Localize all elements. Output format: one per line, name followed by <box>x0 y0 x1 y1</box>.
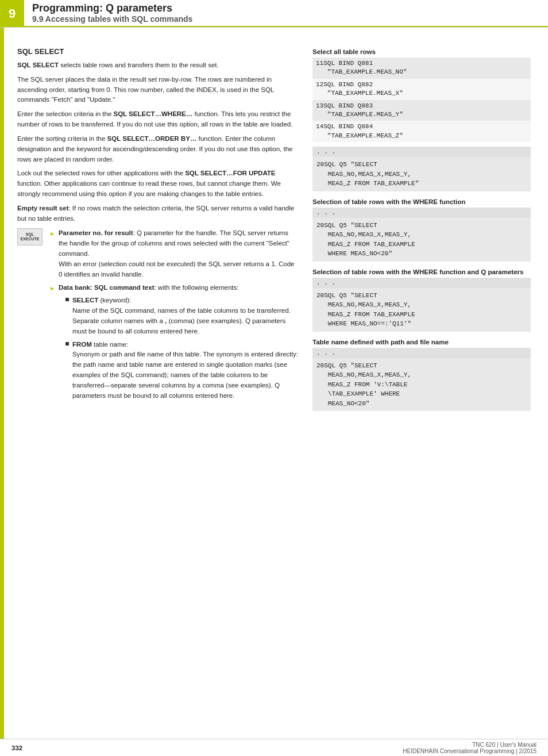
arrow-icon-2: ► <box>49 284 55 293</box>
code-section-title-3: Selection of table rows with the WHERE f… <box>312 268 531 275</box>
square-bullet-1 <box>65 298 69 301</box>
code-cell: 12SQL BIND Q882 "TAB_EXAMPLE.MEAS_X" <box>312 79 531 100</box>
sql-icon-line2: EXECUTE <box>20 237 39 241</box>
dots-row-3: . . . <box>312 278 531 288</box>
section-heading: SQL SELECT <box>17 47 299 56</box>
chapter-title-area: Programming: Q parameters 9.9 Accessing … <box>24 0 548 27</box>
top-bar: 9 Programming: Q parameters 9.9 Accessin… <box>0 0 548 28</box>
code-cell: 14SQL BIND Q884 "TAB_EXAMPLE.MEAS_Z" <box>312 121 531 142</box>
table-row: 11SQL BIND Q881 "TAB_EXAMPLE.MEAS_NO" <box>312 57 531 79</box>
table-row: 14SQL BIND Q884 "TAB_EXAMPLE.MEAS_Z" <box>312 121 531 142</box>
code-section-title-4: Table name defined with path and file na… <box>312 339 531 346</box>
dots-row-2: . . . <box>312 208 531 218</box>
paragraph-1: SQL SELECT selects table rows and transf… <box>17 60 299 71</box>
bullet-1-content: Parameter no. for result: Q parameter fo… <box>59 228 299 279</box>
code-block-4: 20SQL Q5 "SELECT MEAS_NO,MEAS_X,MEAS_Y, … <box>312 358 531 412</box>
sub-bullet-2: FROM table name:Synonym or path and file… <box>65 340 299 401</box>
chapter-main-title: Programming: Q parameters <box>32 2 548 14</box>
sub-bullet-2-text: table name:Synonym or path and file name… <box>72 341 298 399</box>
bullet-2-bold: Data bank: SQL command text <box>59 284 155 291</box>
bullet-list: ► Parameter no. for result: Q parameter … <box>49 228 299 407</box>
bullet-item-2: ► Data bank: SQL command text: with the … <box>49 283 299 404</box>
left-accent-bar <box>0 28 4 739</box>
chapter-number: 9 <box>0 0 24 27</box>
page-footer: 332 TNC 620 | User's ManualHEIDENHAIN Co… <box>0 739 548 756</box>
empty-result-label: Empty result set <box>17 205 68 212</box>
paragraph-5: Lock out the selected rows for other app… <box>17 168 299 199</box>
table-row: 13SQL BIND Q883 "TAB_EXAMPLE.MEAS_Y" <box>312 100 531 121</box>
sql-icon-line1: SQL <box>26 232 34 237</box>
code-section-title-2: Selection of table rows with the WHERE f… <box>312 198 531 205</box>
paragraph-2: The SQL server places the data in the re… <box>17 75 299 105</box>
code-block-2: 20SQL Q5 "SELECT MEAS_NO,MEAS_X,MEAS_Y, … <box>312 218 531 262</box>
p3-bold: SQL SELECT…WHERE… <box>113 110 192 117</box>
code-cell: 11SQL BIND Q881 "TAB_EXAMPLE.MEAS_NO" <box>312 57 531 79</box>
sub-bullet-1-bold: SELECT <box>72 297 98 304</box>
sub-bullet-2-content: FROM table name:Synonym or path and file… <box>72 340 299 401</box>
dots-row-4: . . . <box>312 348 531 358</box>
p4-pre: Enter the sorting criteria in the <box>17 135 107 142</box>
code-section-title-1: Select all table rows <box>312 48 531 55</box>
page-container: 9 Programming: Q parameters 9.9 Accessin… <box>0 0 548 756</box>
sql-execute-section: SQL EXECUTE ► Parameter no. for result: … <box>17 228 299 407</box>
p1-rest: selects table rows and transfers them to… <box>59 62 219 68</box>
arrow-icon-1: ► <box>49 229 55 239</box>
p4-bold: SQL SELECT…ORDER BY… <box>107 135 197 142</box>
p1-bold: SQL SELECT <box>17 62 59 68</box>
footer-text: TNC 620 | User's ManualHEIDENHAIN Conver… <box>403 742 537 754</box>
sub-bullet-1-content: SELECT (keyword):Name of the SQL command… <box>72 296 299 336</box>
p5-rest: function. Other applications can continu… <box>17 180 281 197</box>
bullet-1-text: : Q parameter for the handle. The SQL se… <box>59 229 295 277</box>
sub-bullet-list: SELECT (keyword):Name of the SQL command… <box>65 296 299 401</box>
sub-bullet-1-text: (keyword):Name of the SQL command, names… <box>72 297 291 334</box>
table-row: 12SQL BIND Q882 "TAB_EXAMPLE.MEAS_X" <box>312 79 531 100</box>
p5-bold: SQL SELECT…FOR UPDATE <box>185 170 275 176</box>
page-number: 332 <box>11 745 22 751</box>
sub-bullet-1: SELECT (keyword):Name of the SQL command… <box>65 296 299 336</box>
bullet-1-bold: Parameter no. for result <box>59 229 133 236</box>
empty-result: Empty result set: If no rows match the s… <box>17 204 299 224</box>
bullet-item-1: ► Parameter no. for result: Q parameter … <box>49 228 299 279</box>
paragraph-3: Enter the selection criteria in the SQL … <box>17 109 299 130</box>
code-block-3: 20SQL Q5 "SELECT MEAS_NO,MEAS_X,MEAS_Y, … <box>312 288 531 332</box>
p5-pre: Lock out the selected rows for other app… <box>17 170 185 176</box>
code-cell: 13SQL BIND Q883 "TAB_EXAMPLE.MEAS_Y" <box>312 100 531 121</box>
paragraph-4: Enter the sorting criteria in the SQL SE… <box>17 134 299 164</box>
code-block-1: 20SQL Q5 "SELECT MEAS_NO,MEAS_X,MEAS_Y, … <box>312 157 531 191</box>
content-area: SQL SELECT SQL SELECT selects table rows… <box>0 28 548 426</box>
sql-execute-icon: SQL EXECUTE <box>17 228 43 245</box>
right-column: Select all table rows 11SQL BIND Q881 "T… <box>312 41 531 412</box>
sub-bullet-2-bold: FROM <box>72 341 92 348</box>
left-column: SQL SELECT SQL SELECT selects table rows… <box>17 41 299 412</box>
chapter-sub-title: 9.9 Accessing tables with SQL commands <box>32 14 548 24</box>
bullet-2-text: : with the following elements: <box>154 284 238 291</box>
p3-pre: Enter the selection criteria in the <box>17 110 113 117</box>
square-bullet-2 <box>65 342 69 346</box>
bullet-2-content: Data bank: SQL command text: with the fo… <box>59 283 299 404</box>
dots-row-1: . . . <box>312 147 531 157</box>
code-table-1: 11SQL BIND Q881 "TAB_EXAMPLE.MEAS_NO" 12… <box>312 57 531 142</box>
